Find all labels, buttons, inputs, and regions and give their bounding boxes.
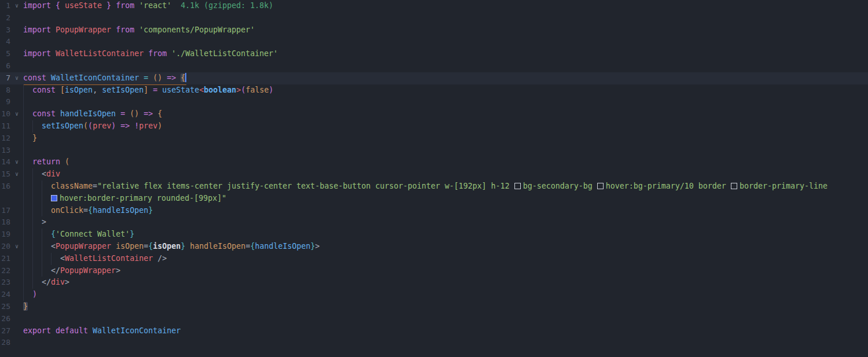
line-number[interactable]: 21 xyxy=(0,253,10,265)
code-line[interactable]: 15∨ <div xyxy=(0,168,868,181)
code-line[interactable]: 7∨const WalletIconContainer = () => { xyxy=(0,72,868,84)
code-line[interactable]: 1∨import { useState } from 'react' 4.1k … xyxy=(0,0,868,12)
code-line[interactable]: 14∨ return ( xyxy=(0,156,868,168)
code-content[interactable]: </PopupWrapper> xyxy=(23,265,868,277)
code-content[interactable]: </div> xyxy=(23,277,868,289)
line-number[interactable]: 14 xyxy=(0,156,10,168)
code-content[interactable]: {'Connect Wallet'} xyxy=(23,229,868,241)
code-content[interactable]: > xyxy=(23,216,868,229)
color-decorator[interactable] xyxy=(514,183,521,189)
code-content[interactable] xyxy=(23,60,868,72)
code-token: } xyxy=(130,230,134,238)
code-line[interactable]: 25} xyxy=(0,301,868,313)
code-line[interactable]: 10∨ const handleIsOpen = () => { xyxy=(0,108,868,120)
code-line[interactable]: 9 xyxy=(0,96,868,108)
fold-chevron-icon[interactable]: ∨ xyxy=(10,168,23,181)
code-content[interactable]: <PopupWrapper isOpen={isOpen} handleIsOp… xyxy=(23,241,868,253)
line-number[interactable]: 5 xyxy=(0,48,10,60)
code-content[interactable] xyxy=(23,337,868,349)
code-content[interactable] xyxy=(23,36,868,48)
line-number[interactable]: 28 xyxy=(0,337,10,349)
code-line[interactable]: 13 xyxy=(0,145,868,157)
line-number[interactable]: 10 xyxy=(0,108,10,120)
fold-chevron-icon[interactable]: ∨ xyxy=(10,108,23,120)
code-line[interactable]: 23 </div> xyxy=(0,277,868,289)
code-line[interactable]: 27export default WalletIconContainer xyxy=(0,325,868,337)
line-number[interactable]: 17 xyxy=(0,205,10,217)
line-number[interactable]: 9 xyxy=(0,96,10,108)
line-number[interactable]: 6 xyxy=(0,60,10,72)
line-number[interactable]: 3 xyxy=(0,24,10,36)
line-number[interactable]: 25 xyxy=(0,301,10,313)
code-content[interactable]: import PopupWrapper from 'components/Pop… xyxy=(23,24,868,36)
code-line[interactable]: 20∨ <PopupWrapper isOpen={isOpen} handle… xyxy=(0,241,868,253)
line-number[interactable]: 11 xyxy=(0,120,10,133)
code-content[interactable]: const handleIsOpen = () => { xyxy=(23,108,868,120)
line-number[interactable]: 15 xyxy=(0,168,10,181)
code-content[interactable]: const [isOpen, setIsOpen] = useState<boo… xyxy=(23,84,868,97)
line-number[interactable]: 13 xyxy=(0,145,10,157)
code-line[interactable]: 18 > xyxy=(0,216,868,229)
code-line[interactable]: 8 const [isOpen, setIsOpen] = useState<b… xyxy=(0,84,868,97)
code-line[interactable]: 4 xyxy=(0,36,868,48)
line-number[interactable]: 19 xyxy=(0,229,10,241)
code-line[interactable]: 2 xyxy=(0,12,868,24)
code-line[interactable]: 16 className="relative flex items-center… xyxy=(0,181,868,193)
fold-chevron-icon[interactable]: ∨ xyxy=(10,0,23,12)
code-line[interactable]: hover:border-primary rounded-[99px]" xyxy=(0,193,868,205)
line-number[interactable]: 16 xyxy=(0,181,10,193)
code-content[interactable]: const WalletIconContainer = () => { xyxy=(23,72,868,84)
code-line[interactable]: 28 xyxy=(0,337,868,349)
code-line[interactable]: 5import WalletListContainer from './Wall… xyxy=(0,48,868,60)
code-content[interactable]: export default WalletIconContainer xyxy=(23,325,868,337)
code-content[interactable] xyxy=(23,145,868,157)
code-content[interactable] xyxy=(23,313,868,325)
code-content[interactable]: hover:border-primary rounded-[99px]" xyxy=(23,193,868,205)
code-content[interactable]: import { useState } from 'react' 4.1k (g… xyxy=(23,0,868,12)
code-line[interactable]: 12 } xyxy=(0,133,868,145)
code-content[interactable]: } xyxy=(23,301,868,313)
code-content[interactable]: <WalletListContainer /> xyxy=(23,253,868,265)
code-content[interactable]: return ( xyxy=(23,156,868,168)
fold-chevron-icon[interactable]: ∨ xyxy=(10,156,23,168)
code-line[interactable]: 19 {'Connect Wallet'} xyxy=(0,229,868,241)
line-number[interactable]: 2 xyxy=(0,12,10,24)
line-number[interactable]: 1 xyxy=(0,0,10,12)
line-number[interactable]: 26 xyxy=(0,313,10,325)
line-number[interactable]: 4 xyxy=(0,36,10,48)
code-content[interactable]: import WalletListContainer from './Walle… xyxy=(23,48,868,60)
line-number[interactable]: 24 xyxy=(0,289,10,301)
code-line[interactable]: 17 onClick={handleIsOpen} xyxy=(0,205,868,217)
color-decorator[interactable] xyxy=(597,183,604,189)
code-content[interactable]: } xyxy=(23,133,868,145)
line-number[interactable]: 20 xyxy=(0,241,10,253)
fold-chevron-icon[interactable]: ∨ xyxy=(10,72,23,84)
code-line[interactable]: 6 xyxy=(0,60,868,72)
code-line[interactable]: 26 xyxy=(0,313,868,325)
code-content[interactable]: onClick={handleIsOpen} xyxy=(23,205,868,217)
code-line[interactable]: 24 ) xyxy=(0,289,868,301)
line-number[interactable]: 23 xyxy=(0,277,10,289)
code-token: </ xyxy=(51,266,60,275)
code-content[interactable]: <div xyxy=(23,168,868,181)
line-number[interactable]: 12 xyxy=(0,133,10,145)
code-line[interactable]: 22 </PopupWrapper> xyxy=(0,265,868,277)
code-line[interactable]: 3import PopupWrapper from 'components/Po… xyxy=(0,24,868,36)
color-decorator[interactable] xyxy=(51,195,57,201)
line-number[interactable]: 8 xyxy=(0,84,10,97)
code-content[interactable]: className="relative flex items-center ju… xyxy=(23,181,868,193)
code-content[interactable]: setIsOpen((prev) => !prev) xyxy=(23,120,868,133)
line-number[interactable]: 7 xyxy=(0,72,10,84)
fold-chevron-icon[interactable]: ∨ xyxy=(10,241,23,253)
line-number[interactable]: 22 xyxy=(0,265,10,277)
line-number[interactable] xyxy=(0,193,10,205)
code-line[interactable]: 11 setIsOpen((prev) => !prev) xyxy=(0,120,868,133)
line-number[interactable]: 18 xyxy=(0,216,10,229)
line-number[interactable]: 27 xyxy=(0,325,10,337)
code-content[interactable] xyxy=(23,12,868,24)
code-content[interactable] xyxy=(23,96,868,108)
color-decorator[interactable] xyxy=(731,183,737,189)
code-line[interactable]: 21 <WalletListContainer /> xyxy=(0,253,868,265)
code-token: hover:border-primary rounded-[99px]" xyxy=(60,194,226,203)
code-content[interactable]: ) xyxy=(23,289,868,301)
